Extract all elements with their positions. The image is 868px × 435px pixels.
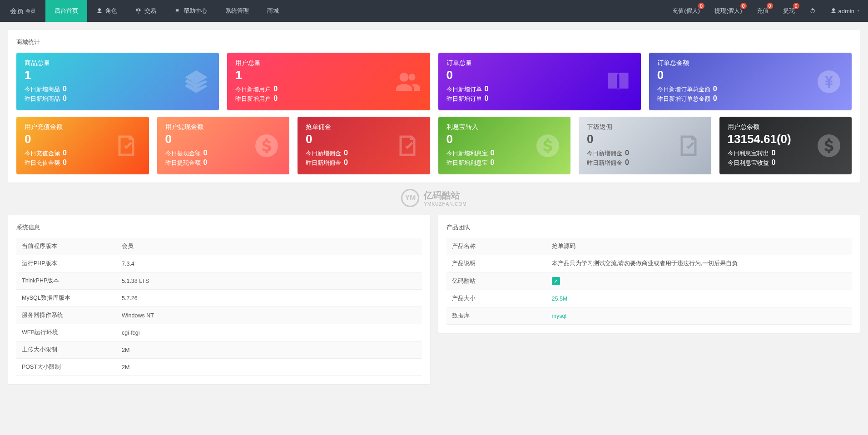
- team-value[interactable]: mysql: [552, 313, 567, 319]
- sysinfo-row: 当前程序版本会员: [16, 238, 422, 255]
- top-card-3[interactable]: 订单总金额0今日新增订单总金额0昨日新增订单总金额0: [649, 53, 852, 110]
- refresh-button[interactable]: [802, 0, 823, 22]
- card-line1-value: 0: [625, 149, 629, 157]
- sysinfo-key: 服务器操作系统: [16, 307, 116, 324]
- card-line2-label: 昨日新增利息宝: [446, 159, 488, 167]
- nav-item-1[interactable]: 角色: [87, 0, 126, 22]
- team-value[interactable]: 25.5M: [552, 296, 568, 302]
- scale-icon: [135, 8, 142, 14]
- card-line2-value: 0: [203, 158, 208, 167]
- rightnav-item-0[interactable]: 充值(假人)0: [665, 0, 707, 22]
- card-line1-value: 0: [63, 149, 67, 157]
- card-line1-label: 今日新增商品: [25, 85, 60, 94]
- team-key: 产品大小: [446, 290, 546, 307]
- sysinfo-key: POST大小限制: [16, 359, 116, 376]
- user-icon: [830, 8, 837, 14]
- card-line2-value: 0: [63, 158, 67, 167]
- team-panel: 产品团队 产品名称抢单源码产品说明本产品只为学习测试交流,请勿要做商业或者用于违…: [438, 215, 860, 333]
- sysinfo-row: ThinkPHP版本5.1.38 LTS: [16, 272, 422, 290]
- stats-panel: 商城统计 商品总量1今日新增商品0昨日新增商品0用户总量1今日新增用户0昨日新增…: [8, 30, 860, 183]
- watermark-en: YMKUZHAN.COM: [424, 202, 466, 207]
- bottom-card-0[interactable]: 用户充值金额0今日充值金额0昨日充值金额0: [16, 117, 149, 174]
- link-icon[interactable]: ↗: [552, 277, 560, 285]
- card-line2-label: 昨日新增订单: [446, 95, 482, 103]
- bottom-card-5[interactable]: 用户总余额13154.61(0)今日利息宝转出0今日利息宝收益0: [719, 117, 852, 174]
- card-line2-label: 昨日新增订单总金额: [657, 95, 710, 103]
- nav-item-4[interactable]: 系统管理: [216, 0, 258, 22]
- brand-main: 会员: [10, 7, 24, 15]
- card-line2-label: 昨日新增用户: [235, 95, 271, 103]
- watermark: YM 亿码酷站 YMKUZHAN.COM: [8, 189, 860, 207]
- users-icon: [394, 68, 421, 95]
- card-line1-label: 今日充值金额: [25, 149, 60, 158]
- user-menu[interactable]: admin: [823, 0, 868, 22]
- top-card-1[interactable]: 用户总量1今日新增用户0昨日新增用户0: [227, 53, 430, 110]
- bottom-card-4[interactable]: 下级返佣0今日新增佣金0昨日新增佣金0: [579, 117, 711, 174]
- team-key: 产品说明: [446, 255, 546, 272]
- rightnav-item-2[interactable]: 充值0: [749, 0, 776, 22]
- dollar-icon: [815, 132, 843, 159]
- book-icon: [605, 68, 632, 95]
- sysinfo-key: 上传大小限制: [16, 341, 116, 359]
- card-title: 用户充值金额: [25, 123, 141, 131]
- team-value: 本产品只为学习测试交流,请勿要做商业或者用于违法行为,一切后果自负: [552, 260, 738, 267]
- sysinfo-value: Windows NT: [116, 307, 422, 324]
- bottom-card-3[interactable]: 利息宝转入0今日新增利息宝0昨日新增利息宝0: [438, 117, 571, 174]
- rightnav-label: 充值: [757, 7, 769, 15]
- nav-item-5[interactable]: 商城: [258, 0, 288, 22]
- nav-item-label: 系统管理: [225, 7, 249, 15]
- sysinfo-value: 7.3.4: [116, 255, 422, 272]
- sysinfo-value: 会员: [116, 238, 422, 255]
- nav-right: 充值(假人)0提现(假人)0充值0提现0: [665, 0, 802, 22]
- sysinfo-row: 服务器操作系统Windows NT: [16, 307, 422, 324]
- watermark-logo: YM: [401, 189, 419, 207]
- sysinfo-key: WEB运行环境: [16, 324, 116, 341]
- dollar-icon: [253, 132, 280, 159]
- sysinfo-row: 上传大小限制2M: [16, 341, 422, 359]
- card-title: 用户提现金额: [165, 123, 282, 131]
- card-line2-label: 昨日充值金额: [25, 159, 60, 167]
- nav-item-0[interactable]: 后台首页: [45, 0, 87, 22]
- card-line2-label: 昨日新增商品: [25, 95, 60, 103]
- sysinfo-value: 2M: [116, 341, 422, 359]
- sysinfo-value: 5.1.38 LTS: [116, 272, 422, 290]
- note-icon: [113, 132, 140, 159]
- card-line1-label: 今日新增订单总金额: [657, 85, 710, 94]
- card-title: 用户总量: [235, 59, 422, 67]
- team-key: 亿码酷站: [446, 272, 546, 290]
- badge: 0: [767, 3, 773, 9]
- nav-item-label: 后台首页: [55, 7, 78, 15]
- sysinfo-row: MySQL数据库版本5.7.26: [16, 290, 422, 307]
- sysinfo-value: cgi-fcgi: [116, 324, 422, 341]
- refresh-icon: [809, 8, 816, 14]
- team-row: 产品大小25.5M: [446, 290, 852, 307]
- sysinfo-key: 当前程序版本: [16, 238, 116, 255]
- card-line2-label: 昨日新增佣金: [587, 159, 622, 167]
- bottom-card-1[interactable]: 用户提现金额0今日提现金额0昨日提现金额0: [157, 117, 290, 174]
- card-line2-value: 0: [485, 94, 489, 103]
- sysinfo-key: 运行PHP版本: [16, 255, 116, 272]
- nav-item-label: 商城: [267, 7, 279, 15]
- nav-item-2[interactable]: 交易: [126, 0, 165, 22]
- card-line1-value: 0: [273, 85, 278, 93]
- card-line2-value: 0: [344, 158, 348, 167]
- team-row: 亿码酷站↗: [446, 272, 852, 290]
- note-icon: [394, 132, 421, 159]
- nav-item-3[interactable]: 帮助中心: [165, 0, 216, 22]
- top-card-2[interactable]: 订单总量0今日新增订单0昨日新增订单0: [438, 53, 641, 110]
- top-card-0[interactable]: 商品总量1今日新增商品0昨日新增商品0: [16, 53, 219, 110]
- rightnav-label: 提现: [783, 7, 795, 15]
- card-line1-label: 今日新增用户: [235, 85, 271, 94]
- user-name: admin: [838, 8, 854, 15]
- chevron-down-icon: [856, 8, 861, 14]
- card-line2-value: 0: [63, 94, 67, 103]
- card-line1-value: 0: [485, 85, 489, 93]
- bottom-card-2[interactable]: 抢单佣金0今日新增佣金0昨日新增佣金0: [298, 117, 430, 174]
- rightnav-item-3[interactable]: 提现0: [776, 0, 802, 22]
- rightnav-item-1[interactable]: 提现(假人)0: [707, 0, 749, 22]
- nav-item-label: 帮助中心: [184, 7, 207, 15]
- note-icon: [675, 132, 702, 159]
- cards-row-top: 商品总量1今日新增商品0昨日新增商品0用户总量1今日新增用户0昨日新增用户0订单…: [16, 53, 852, 110]
- flag-icon: [174, 8, 181, 14]
- sysinfo-row: 运行PHP版本7.3.4: [16, 255, 422, 272]
